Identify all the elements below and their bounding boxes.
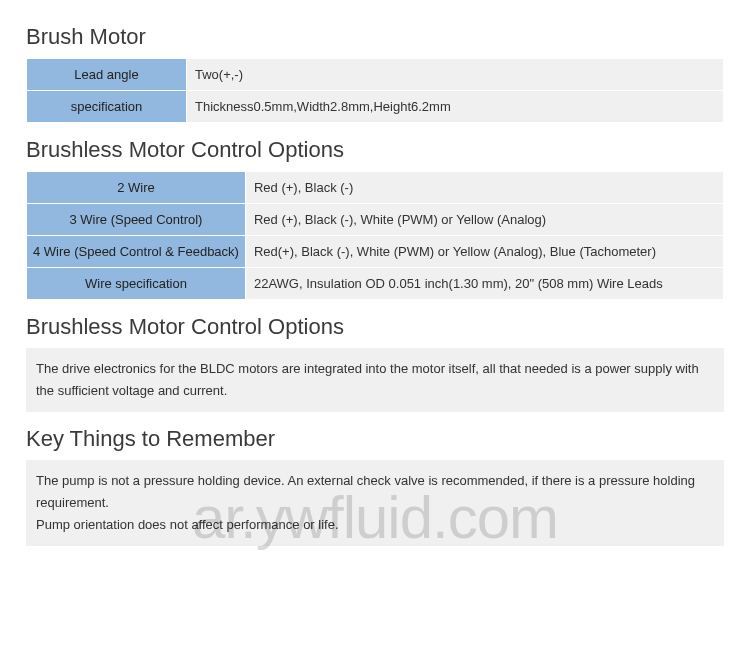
row-value: 22AWG, Insulation OD 0.051 inch(1.30 mm)… [245, 268, 723, 300]
section-title-brushless-options-table: Brushless Motor Control Options [26, 137, 724, 163]
key-things-line: Pump orientation does not affect perform… [36, 517, 339, 532]
row-value: Thickness0.5mm,Width2.8mm,Height6.2mm [187, 91, 724, 123]
brushless-options-table: 2 Wire Red (+), Black (-) 3 Wire (Speed … [26, 171, 724, 300]
row-value: Two(+,-) [187, 59, 724, 91]
section-title-brushless-options-text: Brushless Motor Control Options [26, 314, 724, 340]
row-label: 4 Wire (Speed Control & Feedback) [27, 236, 246, 268]
row-label: 3 Wire (Speed Control) [27, 204, 246, 236]
brushless-options-text: The drive electronics for the BLDC motor… [26, 348, 724, 412]
table-row: 2 Wire Red (+), Black (-) [27, 172, 724, 204]
table-row: specification Thickness0.5mm,Width2.8mm,… [27, 91, 724, 123]
section-title-brush-motor: Brush Motor [26, 24, 724, 50]
row-label: Wire specification [27, 268, 246, 300]
table-row: 3 Wire (Speed Control) Red (+), Black (-… [27, 204, 724, 236]
table-row: 4 Wire (Speed Control & Feedback) Red(+)… [27, 236, 724, 268]
key-things-line: The pump is not a pressure holding devic… [36, 473, 695, 510]
brush-motor-table: Lead angle Two(+,-) specification Thickn… [26, 58, 724, 123]
row-value: Red (+), Black (-), White (PWM) or Yello… [245, 204, 723, 236]
key-things-text: The pump is not a pressure holding devic… [26, 460, 724, 546]
row-label: Lead angle [27, 59, 187, 91]
section-title-key-things: Key Things to Remember [26, 426, 724, 452]
table-row: Wire specification 22AWG, Insulation OD … [27, 268, 724, 300]
row-value: Red (+), Black (-) [245, 172, 723, 204]
row-label: 2 Wire [27, 172, 246, 204]
row-value: Red(+), Black (-), White (PWM) or Yellow… [245, 236, 723, 268]
table-row: Lead angle Two(+,-) [27, 59, 724, 91]
row-label: specification [27, 91, 187, 123]
